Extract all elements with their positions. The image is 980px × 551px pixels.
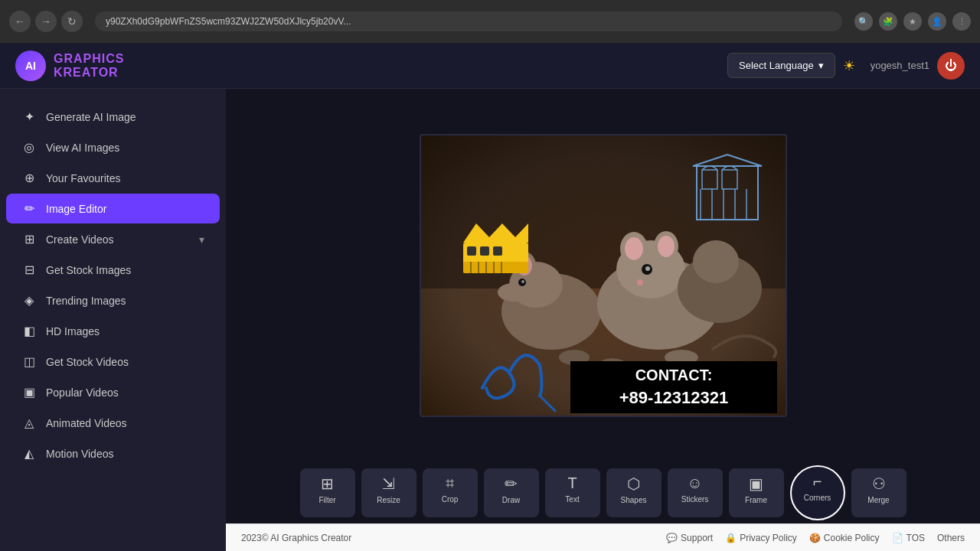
sidebar-item-label: Generate AI Image (46, 111, 136, 123)
footer-links: 💬 Support 🔒 Privacy Policy 🍪 Cookie Poli… (666, 533, 965, 543)
frame-tool[interactable]: ▣ Frame (729, 468, 784, 517)
sidebar-item-label: Trending Images (46, 295, 126, 307)
sidebar-item-animated-videos[interactable]: ◬ Animated Videos (6, 408, 220, 438)
svg-rect-30 (463, 262, 528, 273)
sidebar: ✦ Generate AI Image ◎ View AI Images ⊕ Y… (0, 89, 226, 551)
sidebar-item-motion-videos[interactable]: ◭ Motion Videos (6, 439, 220, 468)
hd-icon: ◧ (21, 324, 37, 338)
resize-label: Resize (377, 496, 400, 504)
logo-icon: AI (15, 51, 46, 81)
corners-tool[interactable]: ⌐ Corners (790, 465, 845, 520)
content-area: CONTACT: +89-12312321 ⊞ Filter ⇲ Resize … (226, 89, 980, 551)
draw-label: Draw (502, 496, 520, 504)
bookmark-icon[interactable]: ★ (903, 12, 922, 31)
logo-name-part2: KREATOR (54, 66, 119, 79)
sidebar-item-popular-videos[interactable]: ▣ Popular Videos (6, 377, 220, 407)
svg-point-17 (637, 279, 643, 285)
text-label: Text (565, 495, 579, 504)
merge-tool[interactable]: ⚇ Merge (851, 468, 906, 517)
logo-name-part1: GRAPHICS (54, 52, 124, 65)
top-nav: AI GRAPHICS KREATOR Select Language ▾ ☀ … (0, 43, 980, 89)
video-icon: ⊞ (21, 232, 37, 246)
edit-icon: ✏ (21, 201, 37, 216)
search-icon[interactable]: 🔍 (854, 12, 873, 31)
filter-icon: ⊞ (321, 474, 334, 493)
browser-controls: ← → ↻ (9, 11, 83, 32)
crop-icon: ⌗ (446, 474, 454, 492)
svg-text:+89-12312321: +89-12312321 (619, 388, 728, 407)
sidebar-item-label: Create Videos (46, 233, 113, 246)
crop-tool[interactable]: ⌗ Crop (423, 468, 478, 517)
profile-icon[interactable]: 👤 (928, 12, 946, 31)
frame-label: Frame (745, 496, 767, 504)
forward-button[interactable]: → (35, 11, 57, 32)
extension-icon[interactable]: 🧩 (879, 12, 897, 31)
chevron-down-icon: ▾ (818, 60, 824, 71)
sparkle-icon: ✦ (21, 109, 37, 124)
shapes-icon: ⬡ (627, 474, 640, 493)
address-bar[interactable]: y90ZXh0dG9pbWFnZS5wcm93ZWJ2ZW50dXJlcy5jb… (95, 11, 842, 31)
motion-icon: ◭ (21, 446, 37, 461)
stickers-label: Stickers (681, 495, 709, 504)
frame-icon: ▣ (749, 474, 763, 493)
sidebar-item-create-videos[interactable]: ⊞ Create Videos ▾ (6, 224, 220, 254)
svg-point-21 (693, 240, 739, 283)
merge-label: Merge (867, 496, 889, 504)
sidebar-item-trending-images[interactable]: ◈ Trending Images (6, 285, 220, 315)
main-layout: ✦ Generate AI Image ◎ View AI Images ⊕ Y… (0, 89, 980, 551)
svg-rect-27 (467, 246, 476, 256)
browser-chrome: ← → ↻ y90ZXh0dG9pbWFnZS5wcm93ZWJ2ZW50dXJ… (0, 0, 980, 43)
logout-button[interactable]: ⏻ (937, 52, 965, 80)
resize-tool[interactable]: ⇲ Resize (361, 468, 416, 517)
draw-tool[interactable]: ✏ Draw (484, 468, 539, 517)
stickers-tool[interactable]: ☺ Stickers (668, 468, 723, 517)
refresh-button[interactable]: ↻ (61, 11, 83, 32)
others-link[interactable]: Others (937, 533, 965, 543)
logo: AI GRAPHICS KREATOR (15, 51, 124, 81)
logo-text: GRAPHICS KREATOR (54, 52, 124, 80)
eye-icon: ◎ (21, 140, 37, 155)
text-icon: T (567, 474, 577, 492)
crop-label: Crop (442, 495, 459, 504)
sidebar-item-label: Motion Videos (46, 448, 113, 460)
sidebar-item-label: Animated Videos (46, 417, 127, 429)
back-button[interactable]: ← (9, 11, 31, 32)
image-icon: ⊟ (21, 262, 37, 277)
sidebar-item-label: View AI Images (46, 142, 119, 154)
editor-canvas[interactable]: CONTACT: +89-12312321 (420, 134, 787, 417)
text-tool[interactable]: T Text (545, 468, 600, 517)
theme-toggle[interactable]: ☀ (843, 57, 855, 74)
resize-icon: ⇲ (382, 474, 395, 493)
sidebar-item-favourites[interactable]: ⊕ Your Favourites (6, 163, 220, 193)
support-link[interactable]: 💬 Support (666, 533, 713, 543)
app-container: AI GRAPHICS KREATOR Select Language ▾ ☀ … (0, 43, 980, 551)
sidebar-item-stock-videos[interactable]: ◫ Get Stock Videos (6, 347, 220, 377)
privacy-link[interactable]: 🔒 Privacy Policy (725, 533, 797, 543)
editor-area: CONTACT: +89-12312321 (226, 89, 980, 462)
sidebar-item-view-ai[interactable]: ◎ View AI Images (6, 132, 220, 162)
svg-point-9 (521, 280, 524, 283)
filter-tool[interactable]: ⊞ Filter (300, 468, 355, 517)
svg-text:CONTACT:: CONTACT: (635, 367, 712, 383)
svg-point-19 (645, 266, 650, 271)
shapes-tool[interactable]: ⬡ Shapes (606, 468, 662, 517)
sidebar-item-label: Get Stock Images (46, 264, 131, 276)
language-label: Select Language (739, 60, 814, 71)
sidebar-item-label: Image Editor (46, 203, 106, 215)
menu-icon[interactable]: ⋮ (952, 12, 971, 31)
cookie-link[interactable]: 🍪 Cookie Policy (809, 533, 880, 543)
shapes-label: Shapes (621, 496, 647, 504)
sidebar-item-stock-images[interactable]: ⊟ Get Stock Images (6, 255, 220, 285)
chevron-right-icon: ▾ (199, 233, 204, 246)
heart-icon: ⊕ (21, 171, 37, 185)
language-selector[interactable]: Select Language ▾ (727, 53, 835, 78)
sidebar-item-label: Get Stock Videos (46, 356, 129, 368)
tos-link[interactable]: 📄 TOS (892, 533, 925, 543)
tos-icon: 📄 (892, 533, 903, 543)
popular-icon: ▣ (21, 385, 37, 399)
sidebar-item-image-editor[interactable]: ✏ Image Editor (6, 194, 220, 223)
cookie-icon: 🍪 (809, 533, 821, 543)
svg-point-15 (658, 236, 675, 257)
sidebar-item-generate-ai[interactable]: ✦ Generate AI Image (6, 102, 220, 132)
sidebar-item-hd-images[interactable]: ◧ HD Images (6, 316, 220, 346)
